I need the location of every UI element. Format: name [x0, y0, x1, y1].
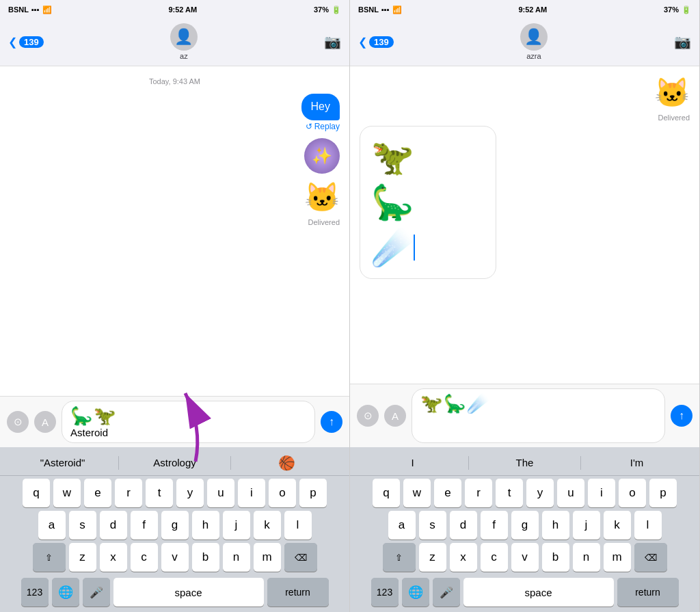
- key-b-right[interactable]: b: [542, 543, 569, 572]
- key-r-left[interactable]: r: [115, 479, 142, 507]
- keyboard-suggestions-left: "Asteroid" Astrology 🏀: [0, 450, 349, 476]
- key-c-left[interactable]: c: [131, 543, 158, 572]
- keyboard-rows-right: q w e r t y u i o p a s d f g h j k: [350, 476, 699, 572]
- back-button-left[interactable]: ❮ 139: [8, 36, 44, 49]
- contact-avatar-right[interactable]: 👤 azra: [520, 23, 548, 60]
- key-l-right[interactable]: l: [634, 511, 662, 540]
- shift-key-right[interactable]: ⇧: [383, 543, 416, 572]
- suggestion-astrology[interactable]: Astrology: [119, 457, 230, 468]
- key-v-right[interactable]: v: [511, 543, 539, 572]
- key-b-left[interactable]: b: [192, 543, 219, 572]
- key-f-right[interactable]: f: [481, 511, 508, 540]
- camera-button-right[interactable]: ⊙: [357, 405, 379, 427]
- message-input-left[interactable]: 🦕 🦖 Asteroid: [62, 401, 315, 443]
- key-u-right[interactable]: u: [557, 479, 584, 507]
- key-x-right[interactable]: x: [450, 543, 477, 572]
- key-e-right[interactable]: e: [434, 479, 461, 507]
- message-input-right[interactable]: 🦖 🦕 ☄️: [412, 388, 665, 443]
- key-h-left[interactable]: h: [192, 511, 219, 540]
- suggestion-asteroid[interactable]: "Asteroid": [7, 457, 118, 468]
- key-o-right[interactable]: o: [619, 479, 646, 507]
- app-store-button-left[interactable]: A: [34, 411, 56, 433]
- key-w-left[interactable]: w: [53, 479, 81, 507]
- replay-label[interactable]: ↺ Replay: [306, 122, 340, 131]
- key-m-left[interactable]: m: [254, 543, 281, 572]
- space-key-right[interactable]: space: [463, 578, 614, 607]
- camera-icon-left: ⊙: [14, 416, 23, 428]
- backspace-key-left[interactable]: ⌫: [284, 543, 317, 572]
- key-e-left[interactable]: e: [84, 479, 111, 507]
- key-k-right[interactable]: k: [604, 511, 631, 540]
- key-u-left[interactable]: u: [207, 479, 234, 507]
- key-a-right[interactable]: a: [388, 511, 416, 540]
- keyboard-rows-left: q w e r t y u i o p a s d f g: [0, 476, 349, 572]
- key-s-left[interactable]: s: [69, 511, 96, 540]
- return-key-right[interactable]: return: [617, 578, 679, 607]
- key-i-right[interactable]: i: [588, 479, 615, 507]
- back-button-right[interactable]: ❮ 139: [358, 36, 394, 49]
- key-n-left[interactable]: n: [223, 543, 250, 572]
- key-m-right[interactable]: m: [604, 543, 631, 572]
- key-v-left[interactable]: v: [161, 543, 189, 572]
- sticker-card-right: 🦖 🦕 ☄️: [360, 126, 496, 279]
- mic-key-left[interactable]: 🎤: [83, 578, 110, 607]
- key-c-right[interactable]: c: [481, 543, 508, 572]
- input-bar-right: ⊙ A 🦖 🦕 ☄️ ↑: [350, 384, 699, 447]
- send-button-left[interactable]: ↑: [321, 411, 342, 433]
- avatar-circle-right: 👤: [520, 23, 548, 51]
- suggestion-im[interactable]: I'm: [581, 457, 692, 468]
- space-key-left[interactable]: space: [113, 578, 264, 607]
- key-j-right[interactable]: j: [573, 511, 600, 540]
- key-h-right[interactable]: h: [542, 511, 569, 540]
- backspace-key-right[interactable]: ⌫: [634, 543, 667, 572]
- key-a-left[interactable]: a: [38, 511, 66, 540]
- num-key-right[interactable]: 123: [371, 578, 399, 607]
- mic-key-right[interactable]: 🎤: [433, 578, 460, 607]
- num-key-left[interactable]: 123: [21, 578, 49, 607]
- key-y-right[interactable]: y: [526, 479, 554, 507]
- key-r-right[interactable]: r: [465, 479, 492, 507]
- key-g-left[interactable]: g: [161, 511, 189, 540]
- camera-button-left[interactable]: ⊙: [7, 411, 29, 433]
- key-j-left[interactable]: j: [223, 511, 250, 540]
- key-i-left[interactable]: i: [238, 479, 265, 507]
- globe-key-left[interactable]: 🌐: [52, 578, 79, 607]
- msg-cat: 🐱 Delivered: [10, 178, 340, 226]
- key-d-right[interactable]: d: [450, 511, 477, 540]
- key-q-left[interactable]: q: [23, 479, 50, 507]
- key-q-right[interactable]: q: [373, 479, 400, 507]
- key-p-left[interactable]: p: [299, 479, 327, 507]
- key-d-left[interactable]: d: [100, 511, 127, 540]
- key-z-right[interactable]: z: [419, 543, 446, 572]
- contact-avatar-left[interactable]: 👤 az: [170, 23, 198, 60]
- key-o-left[interactable]: o: [269, 479, 296, 507]
- app-store-button-right[interactable]: A: [384, 405, 406, 427]
- return-key-left[interactable]: return: [267, 578, 329, 607]
- send-button-right[interactable]: ↑: [671, 405, 692, 427]
- shift-key-left[interactable]: ⇧: [33, 543, 66, 572]
- video-call-button-left[interactable]: 📷: [324, 34, 341, 50]
- globe-key-right[interactable]: 🌐: [402, 578, 429, 607]
- key-l-left[interactable]: l: [284, 511, 312, 540]
- camera-icon-right: ⊙: [364, 410, 373, 422]
- key-t-right[interactable]: t: [496, 479, 523, 507]
- key-t-left[interactable]: t: [146, 479, 173, 507]
- key-s-right[interactable]: s: [419, 511, 446, 540]
- key-w-right[interactable]: w: [403, 479, 431, 507]
- status-bar-left: BSNL ▪▪▪ 📶 9:52 AM 37% 🔋: [0, 0, 349, 19]
- key-x-left[interactable]: x: [100, 543, 127, 572]
- key-row-3-right: ⇧ z x c v b n m ⌫: [353, 543, 697, 572]
- suggestion-emoji[interactable]: 🏀: [231, 455, 342, 471]
- key-y-left[interactable]: y: [176, 479, 204, 507]
- suggestion-i[interactable]: I: [357, 457, 468, 468]
- suggestion-the[interactable]: The: [469, 457, 580, 468]
- video-call-button-right[interactable]: 📷: [674, 34, 691, 50]
- send-icon-left: ↑: [329, 416, 334, 428]
- key-f-left[interactable]: f: [131, 511, 158, 540]
- key-g-right[interactable]: g: [511, 511, 539, 540]
- keyboard-left: "Asteroid" Astrology 🏀 q w e r t y u i o: [0, 447, 349, 612]
- key-n-right[interactable]: n: [573, 543, 600, 572]
- key-z-left[interactable]: z: [69, 543, 96, 572]
- key-k-left[interactable]: k: [254, 511, 281, 540]
- key-p-right[interactable]: p: [649, 479, 677, 507]
